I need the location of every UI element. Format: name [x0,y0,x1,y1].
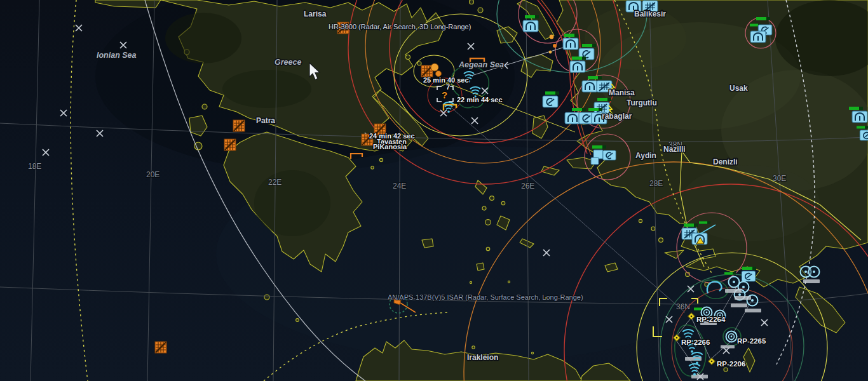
contact-label-bar [731,304,747,307]
island-antikythira [296,319,299,322]
tooltip-aps137: AN/APS-137B(V)5 ISAR (Radar, Surface Sea… [388,293,583,301]
island-zakynthos [194,142,202,150]
flare-mark [549,51,552,54]
status-bar [857,126,868,128]
grid-label: 24E [393,182,406,190]
islet [508,281,510,283]
city-label-fragment: rabaglar [602,112,632,121]
island-samothrace [478,8,483,13]
status-bar [742,267,756,270]
friendly-esm-facility[interactable] [860,130,868,140]
sea-label: Ionian Sea [97,51,137,60]
city-label: Irakleion [467,353,498,362]
island-kythira [264,295,269,300]
island-kalymnos [659,238,663,243]
status-bar [572,57,586,60]
status-bar [564,34,578,37]
contact-label-bar [745,309,761,312]
status-bar [588,108,602,111]
city-label: Usak [729,84,748,93]
hostile-facility[interactable] [224,139,236,150]
status-bar [572,108,586,111]
friendly-facility[interactable] [852,111,867,123]
grid-label: 26E [521,182,534,190]
contact-label-bar [803,279,820,283]
island-saronic [379,158,383,161]
friendly-facility[interactable] [523,20,538,32]
city-label: Turgutlu [627,98,657,107]
friendly-facility[interactable] [582,81,597,92]
island-ios [486,247,490,251]
city-label: Denizli [713,157,738,166]
status-bar [684,224,698,227]
island-dia [472,346,475,349]
status-bar [849,107,863,110]
contact-label-bar [735,296,751,300]
flare-mark [550,35,554,39]
status-bar [597,98,611,101]
status-bar [592,145,606,149]
tooltip-hr3000: HR-3000 (Radar, Air Search, 3D Long-Rang… [329,23,471,30]
contact-timer: 22 min 44 sec [457,96,503,104]
unknown-contact-mark: ? [442,90,447,100]
island-santorini [477,263,484,271]
grid-label: 18E [28,162,41,171]
grid-label: 30E [773,174,786,183]
friendly-facility[interactable] [591,157,599,164]
friendly-facility[interactable] [750,31,766,43]
island-paros [485,220,491,225]
island-patmos [639,219,642,222]
hostile-contact-blob[interactable] [431,64,438,71]
city-label: Larisa [304,10,327,18]
grid-label: 22E [268,178,281,187]
island-leros [651,227,655,231]
ship-contact[interactable] [809,267,820,277]
hostile-facility[interactable] [233,120,245,131]
city-label: Patra [256,116,275,125]
friendly-facility[interactable] [565,112,580,124]
rp-label: RP-2265 [737,337,766,345]
contact-label-bar [725,289,742,293]
rp-label: RP-2266 [681,338,710,346]
rp-label: RP-2206 [717,360,745,368]
status-bar [588,76,602,79]
friendly-esm-facility[interactable] [603,150,616,160]
status-bar [756,17,770,20]
friendly-facility[interactable] [563,38,578,50]
contact-count: 7 [446,83,450,91]
status-bar [545,91,559,95]
city-label: Nazilli [663,145,686,154]
island-mykonos [501,201,505,205]
friendly-esm-facility[interactable] [543,96,558,107]
friendly-esm-facility[interactable] [742,271,756,281]
flare-mark [553,44,557,48]
island-thasos [470,0,474,4]
island-sporades [417,62,421,65]
overlapped-label: PiKanosia [373,143,407,150]
city-label: Manisa [609,88,635,97]
grid-label: 20E [146,170,159,179]
rp-label: RP-2264 [696,316,726,323]
status-bar [699,221,710,224]
hostile-facility-crete[interactable] [155,342,166,353]
tactical-map[interactable]: 18E 20E 22E 24E 26E 28E 30E 38N 36N [0,0,868,381]
friendly-facility[interactable] [570,61,585,72]
island-kasos [724,368,728,371]
island-syros [482,206,486,210]
island-lefkada [202,104,207,109]
contact-label-bar [721,345,735,348]
island-sporades [406,55,410,60]
status-bar [582,44,596,47]
status-bar [724,272,736,274]
city-label: Aydin [635,151,656,160]
grid-label: 28E [649,179,663,188]
island-saronic [371,166,374,169]
islet [531,352,533,354]
sea-label: Aegean Sea [458,60,504,69]
country-label: Greece [275,58,301,67]
status-bar [525,15,539,18]
island-tinos [490,196,494,201]
city-label: Balikesir [634,10,666,18]
islet [470,281,471,283]
